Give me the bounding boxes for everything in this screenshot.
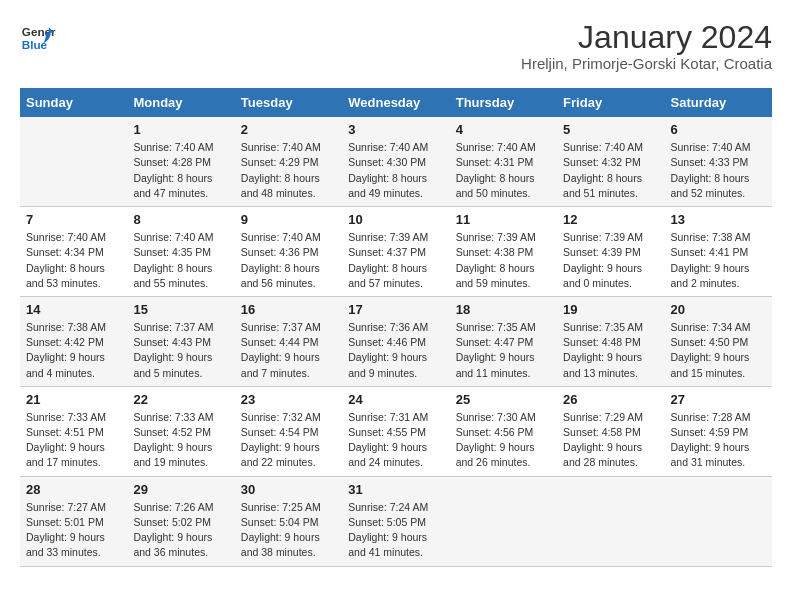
calendar-table: SundayMondayTuesdayWednesdayThursdayFrid… [20, 88, 772, 566]
calendar-cell: 8Sunrise: 7:40 AMSunset: 4:35 PMDaylight… [127, 207, 234, 297]
cell-details: Sunrise: 7:39 AMSunset: 4:37 PMDaylight:… [348, 231, 428, 289]
day-number: 20 [671, 302, 766, 317]
calendar-cell: 3Sunrise: 7:40 AMSunset: 4:30 PMDaylight… [342, 117, 449, 206]
day-number: 6 [671, 122, 766, 137]
day-number: 29 [133, 482, 228, 497]
day-number: 5 [563, 122, 658, 137]
svg-text:Blue: Blue [22, 38, 48, 51]
weekday-header: Thursday [450, 88, 557, 117]
cell-details: Sunrise: 7:40 AMSunset: 4:32 PMDaylight:… [563, 141, 643, 199]
calendar-cell: 24Sunrise: 7:31 AMSunset: 4:55 PMDayligh… [342, 386, 449, 476]
calendar-cell [665, 476, 772, 566]
day-number: 23 [241, 392, 336, 407]
calendar-cell: 14Sunrise: 7:38 AMSunset: 4:42 PMDayligh… [20, 296, 127, 386]
cell-details: Sunrise: 7:37 AMSunset: 4:43 PMDaylight:… [133, 321, 213, 379]
calendar-cell: 28Sunrise: 7:27 AMSunset: 5:01 PMDayligh… [20, 476, 127, 566]
cell-details: Sunrise: 7:38 AMSunset: 4:42 PMDaylight:… [26, 321, 106, 379]
weekday-header-row: SundayMondayTuesdayWednesdayThursdayFrid… [20, 88, 772, 117]
calendar-cell: 25Sunrise: 7:30 AMSunset: 4:56 PMDayligh… [450, 386, 557, 476]
title-block: January 2024 Hreljin, Primorje-Gorski Ko… [521, 20, 772, 72]
day-number: 11 [456, 212, 551, 227]
weekday-header: Sunday [20, 88, 127, 117]
calendar-cell: 7Sunrise: 7:40 AMSunset: 4:34 PMDaylight… [20, 207, 127, 297]
calendar-cell: 30Sunrise: 7:25 AMSunset: 5:04 PMDayligh… [235, 476, 342, 566]
calendar-cell [557, 476, 664, 566]
cell-details: Sunrise: 7:33 AMSunset: 4:51 PMDaylight:… [26, 411, 106, 469]
day-number: 4 [456, 122, 551, 137]
cell-details: Sunrise: 7:40 AMSunset: 4:29 PMDaylight:… [241, 141, 321, 199]
cell-details: Sunrise: 7:38 AMSunset: 4:41 PMDaylight:… [671, 231, 751, 289]
calendar-cell: 22Sunrise: 7:33 AMSunset: 4:52 PMDayligh… [127, 386, 234, 476]
day-number: 14 [26, 302, 121, 317]
cell-details: Sunrise: 7:36 AMSunset: 4:46 PMDaylight:… [348, 321, 428, 379]
day-number: 19 [563, 302, 658, 317]
calendar-cell: 11Sunrise: 7:39 AMSunset: 4:38 PMDayligh… [450, 207, 557, 297]
cell-details: Sunrise: 7:25 AMSunset: 5:04 PMDaylight:… [241, 501, 321, 559]
calendar-cell: 20Sunrise: 7:34 AMSunset: 4:50 PMDayligh… [665, 296, 772, 386]
calendar-cell: 13Sunrise: 7:38 AMSunset: 4:41 PMDayligh… [665, 207, 772, 297]
page-header: General Blue January 2024 Hreljin, Primo… [20, 20, 772, 72]
calendar-cell: 4Sunrise: 7:40 AMSunset: 4:31 PMDaylight… [450, 117, 557, 206]
calendar-cell: 6Sunrise: 7:40 AMSunset: 4:33 PMDaylight… [665, 117, 772, 206]
day-number: 7 [26, 212, 121, 227]
cell-details: Sunrise: 7:28 AMSunset: 4:59 PMDaylight:… [671, 411, 751, 469]
calendar-cell: 31Sunrise: 7:24 AMSunset: 5:05 PMDayligh… [342, 476, 449, 566]
cell-details: Sunrise: 7:26 AMSunset: 5:02 PMDaylight:… [133, 501, 213, 559]
calendar-cell: 29Sunrise: 7:26 AMSunset: 5:02 PMDayligh… [127, 476, 234, 566]
calendar-cell: 15Sunrise: 7:37 AMSunset: 4:43 PMDayligh… [127, 296, 234, 386]
calendar-cell: 27Sunrise: 7:28 AMSunset: 4:59 PMDayligh… [665, 386, 772, 476]
day-number: 27 [671, 392, 766, 407]
weekday-header: Tuesday [235, 88, 342, 117]
day-number: 3 [348, 122, 443, 137]
calendar-week-row: 7Sunrise: 7:40 AMSunset: 4:34 PMDaylight… [20, 207, 772, 297]
cell-details: Sunrise: 7:37 AMSunset: 4:44 PMDaylight:… [241, 321, 321, 379]
day-number: 1 [133, 122, 228, 137]
weekday-header: Friday [557, 88, 664, 117]
day-number: 10 [348, 212, 443, 227]
day-number: 26 [563, 392, 658, 407]
cell-details: Sunrise: 7:35 AMSunset: 4:48 PMDaylight:… [563, 321, 643, 379]
day-number: 28 [26, 482, 121, 497]
cell-details: Sunrise: 7:32 AMSunset: 4:54 PMDaylight:… [241, 411, 321, 469]
calendar-cell [450, 476, 557, 566]
cell-details: Sunrise: 7:24 AMSunset: 5:05 PMDaylight:… [348, 501, 428, 559]
cell-details: Sunrise: 7:33 AMSunset: 4:52 PMDaylight:… [133, 411, 213, 469]
day-number: 13 [671, 212, 766, 227]
logo: General Blue [20, 20, 56, 56]
cell-details: Sunrise: 7:39 AMSunset: 4:39 PMDaylight:… [563, 231, 643, 289]
day-number: 18 [456, 302, 551, 317]
cell-details: Sunrise: 7:27 AMSunset: 5:01 PMDaylight:… [26, 501, 106, 559]
weekday-header: Saturday [665, 88, 772, 117]
cell-details: Sunrise: 7:29 AMSunset: 4:58 PMDaylight:… [563, 411, 643, 469]
calendar-cell [20, 117, 127, 206]
day-number: 17 [348, 302, 443, 317]
cell-details: Sunrise: 7:34 AMSunset: 4:50 PMDaylight:… [671, 321, 751, 379]
calendar-week-row: 14Sunrise: 7:38 AMSunset: 4:42 PMDayligh… [20, 296, 772, 386]
day-number: 12 [563, 212, 658, 227]
cell-details: Sunrise: 7:40 AMSunset: 4:28 PMDaylight:… [133, 141, 213, 199]
day-number: 30 [241, 482, 336, 497]
calendar-cell: 12Sunrise: 7:39 AMSunset: 4:39 PMDayligh… [557, 207, 664, 297]
calendar-week-row: 21Sunrise: 7:33 AMSunset: 4:51 PMDayligh… [20, 386, 772, 476]
cell-details: Sunrise: 7:40 AMSunset: 4:30 PMDaylight:… [348, 141, 428, 199]
calendar-cell: 19Sunrise: 7:35 AMSunset: 4:48 PMDayligh… [557, 296, 664, 386]
weekday-header: Wednesday [342, 88, 449, 117]
calendar-cell: 21Sunrise: 7:33 AMSunset: 4:51 PMDayligh… [20, 386, 127, 476]
cell-details: Sunrise: 7:40 AMSunset: 4:36 PMDaylight:… [241, 231, 321, 289]
weekday-header: Monday [127, 88, 234, 117]
day-number: 21 [26, 392, 121, 407]
day-number: 31 [348, 482, 443, 497]
calendar-cell: 9Sunrise: 7:40 AMSunset: 4:36 PMDaylight… [235, 207, 342, 297]
page-title: January 2024 [521, 20, 772, 55]
logo-icon: General Blue [20, 20, 56, 56]
day-number: 22 [133, 392, 228, 407]
calendar-cell: 23Sunrise: 7:32 AMSunset: 4:54 PMDayligh… [235, 386, 342, 476]
calendar-cell: 1Sunrise: 7:40 AMSunset: 4:28 PMDaylight… [127, 117, 234, 206]
cell-details: Sunrise: 7:40 AMSunset: 4:35 PMDaylight:… [133, 231, 213, 289]
cell-details: Sunrise: 7:31 AMSunset: 4:55 PMDaylight:… [348, 411, 428, 469]
day-number: 16 [241, 302, 336, 317]
calendar-week-row: 28Sunrise: 7:27 AMSunset: 5:01 PMDayligh… [20, 476, 772, 566]
day-number: 8 [133, 212, 228, 227]
calendar-week-row: 1Sunrise: 7:40 AMSunset: 4:28 PMDaylight… [20, 117, 772, 206]
calendar-cell: 17Sunrise: 7:36 AMSunset: 4:46 PMDayligh… [342, 296, 449, 386]
